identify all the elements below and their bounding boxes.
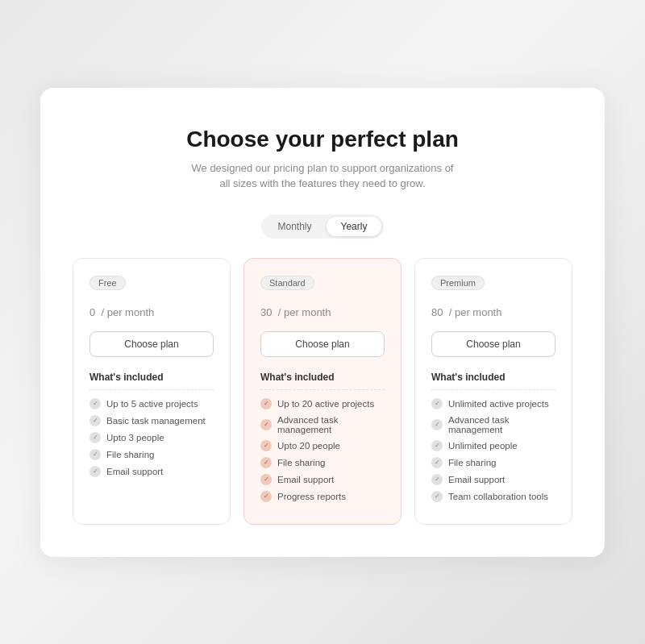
pricing-card: Choose your perfect plan We designed our… (40, 88, 605, 557)
check-icon (431, 491, 443, 502)
list-item: Upto 3 people (89, 432, 214, 443)
list-item: File sharing (89, 449, 214, 460)
standard-cta-button[interactable]: Choose plan (260, 331, 385, 357)
list-item: Unlimited active projects (431, 398, 556, 409)
billing-toggle-group: Monthly Yearly (73, 214, 572, 239)
check-icon (260, 457, 272, 468)
premium-features-title: What's included (431, 372, 556, 390)
premium-badge: Premium (431, 276, 485, 290)
check-icon (431, 398, 443, 409)
check-icon (260, 474, 272, 485)
premium-price: 80 / per month (431, 297, 556, 322)
pricing-header: Choose your perfect plan We designed our… (73, 127, 572, 192)
page-title: Choose your perfect plan (73, 127, 572, 152)
check-icon (431, 419, 443, 430)
yearly-toggle[interactable]: Yearly (327, 217, 382, 236)
list-item: Team collaboration tools (431, 491, 556, 502)
standard-badge: Standard (260, 276, 314, 290)
check-icon (431, 440, 443, 451)
check-icon (89, 432, 101, 443)
plan-premium: Premium 80 / per month Choose plan What'… (414, 258, 572, 525)
list-item: Advanced task management (260, 415, 385, 434)
list-item: Email support (89, 466, 214, 477)
list-item: Upto 20 people (260, 440, 385, 451)
check-icon (89, 398, 101, 409)
list-item: Basic task management (89, 415, 214, 426)
list-item: Unlimited people (431, 440, 556, 451)
check-icon (260, 440, 272, 451)
check-icon (260, 491, 272, 502)
free-badge: Free (89, 276, 126, 290)
list-item: File sharing (431, 457, 556, 468)
free-features-title: What's included (89, 372, 214, 390)
plan-standard: Standard 30 / per month Choose plan What… (243, 258, 402, 525)
monthly-toggle[interactable]: Monthly (264, 217, 327, 236)
check-icon (89, 449, 101, 460)
plans-container: Free 0 / per month Choose plan What's in… (73, 258, 572, 525)
list-item: Up to 5 active projects (89, 398, 214, 409)
list-item: Email support (260, 474, 385, 485)
check-icon (89, 466, 101, 477)
check-icon (260, 419, 272, 430)
plan-free: Free 0 / per month Choose plan What's in… (73, 258, 231, 525)
standard-features-title: What's included (260, 372, 385, 390)
page-subtitle: We designed our pricing plan to support … (73, 160, 572, 192)
list-item: Progress reports (260, 491, 385, 502)
check-icon (89, 415, 101, 426)
free-price: 0 / per month (89, 297, 214, 322)
check-icon (431, 474, 443, 485)
list-item: Up to 20 active projects (260, 398, 385, 409)
billing-toggle: Monthly Yearly (261, 214, 385, 239)
list-item: Advanced task management (431, 415, 556, 434)
check-icon (431, 457, 443, 468)
list-item: File sharing (260, 457, 385, 468)
list-item: Email support (431, 474, 556, 485)
standard-price: 30 / per month (260, 297, 385, 322)
check-icon (260, 398, 272, 409)
free-cta-button[interactable]: Choose plan (89, 331, 214, 357)
premium-cta-button[interactable]: Choose plan (431, 331, 556, 357)
